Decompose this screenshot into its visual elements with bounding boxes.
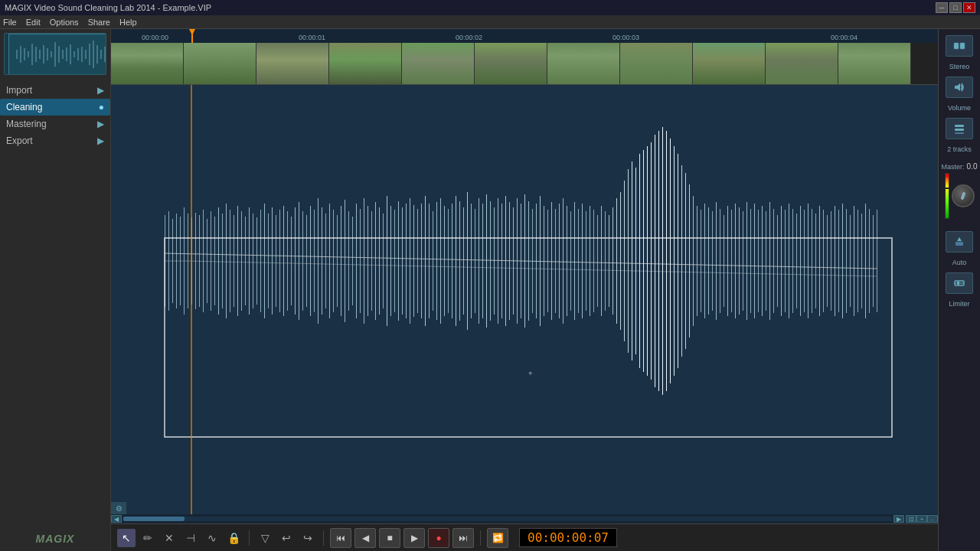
play-btn[interactable]: ▶ — [403, 528, 425, 548]
skip-forward-btn[interactable]: ⏭ — [452, 528, 474, 548]
limiter-button[interactable] — [946, 272, 973, 294]
svg-rect-244 — [781, 206, 782, 316]
auto-label: Auto — [952, 259, 967, 266]
svg-rect-239 — [762, 206, 763, 316]
nav-mastering[interactable]: Mastering ▶ — [0, 116, 110, 132]
svg-rect-95 — [211, 211, 211, 311]
svg-rect-156 — [444, 206, 445, 316]
waveform-overview-inner — [8, 34, 106, 74]
tool-split-btn[interactable]: ⊣ — [181, 529, 200, 547]
svg-rect-210 — [651, 142, 652, 380]
nav-mastering-label: Mastering — [6, 119, 47, 129]
auto-button[interactable] — [946, 231, 973, 253]
menu-share[interactable]: Share — [88, 18, 110, 27]
svg-rect-159 — [456, 196, 456, 326]
tool-select-btn[interactable]: ↖ — [117, 529, 136, 547]
svg-rect-265 — [861, 214, 862, 308]
svg-rect-161 — [463, 207, 464, 315]
svg-rect-92 — [199, 215, 200, 307]
svg-rect-248 — [796, 214, 797, 308]
svg-rect-193 — [586, 211, 586, 311]
svg-rect-228 — [720, 209, 720, 313]
scroll-right-btn[interactable]: ▶ — [893, 515, 904, 523]
video-thumb-7 — [620, 43, 693, 85]
svg-rect-208 — [643, 150, 644, 372]
stereo-button[interactable] — [946, 35, 973, 57]
scroll-left-btn[interactable]: ◀ — [111, 515, 122, 523]
svg-rect-163 — [471, 204, 472, 318]
svg-rect-162 — [467, 192, 468, 330]
tool-erase-btn[interactable]: ✕ — [160, 529, 178, 547]
svg-rect-211 — [655, 135, 655, 387]
nav-import[interactable]: Import ▶ — [0, 82, 110, 99]
tool-draw-btn[interactable]: ✏ — [139, 529, 157, 547]
menu-edit[interactable]: Edit — [26, 18, 41, 27]
svg-rect-220 — [689, 184, 690, 337]
tool-lock-btn[interactable]: 🔒 — [224, 529, 243, 547]
zoom-in-btn[interactable]: + — [916, 515, 927, 523]
svg-rect-213 — [662, 127, 663, 395]
title-bar: MAGIX Video Sound Cleaning Lab 2014 - Ex… — [0, 0, 980, 15]
menu-file[interactable]: File — [3, 18, 17, 27]
nav-cleaning[interactable]: Cleaning ● — [0, 99, 110, 116]
vu-needle — [946, 187, 949, 189]
nav-import-icon: ▶ — [97, 85, 104, 96]
minimize-button[interactable]: ─ — [936, 2, 948, 13]
limiter-icon — [953, 277, 965, 289]
svg-rect-186 — [559, 204, 560, 318]
svg-rect-122 — [314, 210, 315, 312]
svg-rect-207 — [639, 154, 640, 368]
svg-rect-258 — [835, 206, 835, 316]
volume-button[interactable] — [946, 77, 973, 98]
svg-rect-139 — [379, 207, 380, 315]
record-btn[interactable]: ● — [428, 528, 449, 548]
stop-btn[interactable]: ■ — [379, 528, 400, 548]
tool-redo-btn[interactable]: ↪ — [299, 529, 317, 547]
svg-rect-88 — [184, 207, 185, 315]
svg-rect-227 — [716, 202, 717, 320]
menu-options[interactable]: Options — [50, 18, 79, 27]
svg-rect-238 — [758, 210, 759, 312]
scrollbar-thumb[interactable] — [123, 517, 185, 521]
volume-icon — [953, 81, 965, 93]
svg-rect-201 — [616, 198, 617, 324]
svg-rect-102 — [237, 206, 238, 316]
zoom-fit-btn[interactable]: ⊡ — [906, 515, 916, 523]
tool-curve-btn[interactable]: ∿ — [203, 529, 221, 547]
h-scrollbar[interactable]: ◀ ▶ ⊡ + - — [111, 514, 938, 523]
svg-rect-264 — [858, 210, 858, 312]
svg-rect-240 — [766, 211, 766, 311]
tool-fade-btn[interactable]: ▽ — [256, 529, 274, 547]
logo-area: MAGIX — [0, 527, 110, 551]
back-btn[interactable]: ◀ — [354, 528, 376, 548]
svg-rect-119 — [302, 211, 303, 311]
master-knob[interactable] — [952, 184, 975, 207]
tool-undo-btn[interactable]: ↩ — [277, 529, 296, 547]
svg-rect-262 — [850, 215, 851, 307]
svg-rect-268 — [873, 215, 874, 307]
video-thumb-4 — [402, 43, 475, 85]
tracks-button[interactable] — [946, 118, 973, 139]
svg-rect-138 — [375, 202, 376, 320]
skip-back-btn[interactable]: ⏮ — [330, 528, 351, 548]
loop-btn[interactable]: 🔁 — [487, 528, 508, 548]
maximize-button[interactable]: □ — [949, 2, 962, 13]
svg-rect-168 — [490, 201, 491, 321]
video-thumb-5 — [475, 43, 547, 85]
svg-rect-281 — [957, 282, 959, 285]
zoom-out-btn[interactable]: - — [927, 515, 938, 523]
svg-rect-153 — [433, 211, 433, 311]
waveform-main[interactable]: ⌖ — [111, 85, 938, 514]
nav-export[interactable]: Export ▶ — [0, 132, 110, 149]
svg-rect-200 — [612, 207, 613, 315]
svg-rect-101 — [234, 215, 234, 307]
svg-rect-252 — [812, 209, 812, 313]
svg-rect-253 — [815, 214, 816, 308]
menu-help[interactable]: Help — [119, 18, 137, 27]
svg-rect-191 — [578, 209, 579, 313]
svg-rect-256 — [827, 215, 828, 307]
svg-rect-100 — [230, 210, 230, 312]
stereo-icon — [953, 40, 965, 52]
settings-icon[interactable]: ⚙ — [111, 502, 126, 514]
close-button[interactable]: ✕ — [963, 2, 975, 13]
